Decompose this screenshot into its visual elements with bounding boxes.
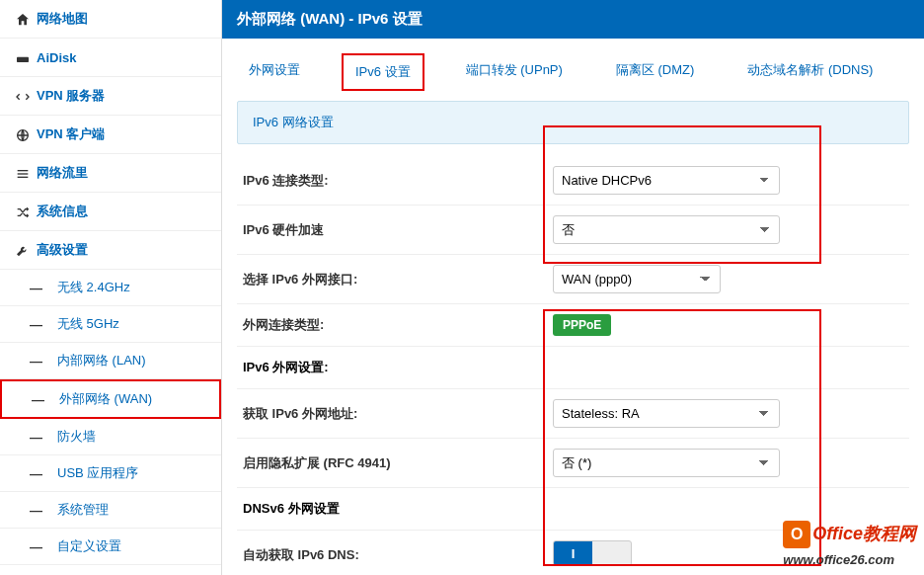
sidebar-sub-netinfo[interactable]: —网络信息 [0, 565, 221, 575]
tab-wan-settings[interactable]: 外网设置 [237, 53, 312, 91]
minus-icon: — [30, 354, 57, 369]
label-wan-iface: 选择 IPv6 外网接口: [237, 271, 553, 288]
home-icon [15, 10, 37, 28]
wrench-icon [15, 241, 37, 259]
section-dnsv6-wan: DNSv6 外网设置 [237, 488, 909, 531]
svg-rect-2 [18, 170, 29, 171]
sidebar-sub-wireless-5[interactable]: —无线 5GHz [0, 306, 221, 343]
sidebar-item-advanced[interactable]: 高级设置 [0, 231, 221, 270]
sidebar-sub-label: USB 应用程序 [57, 464, 138, 482]
minus-icon: — [32, 392, 59, 407]
sidebar-label: VPN 客户端 [37, 125, 206, 143]
tabs: 外网设置 IPv6 设置 端口转发 (UPnP) 隔离区 (DMZ) 动态域名解… [222, 39, 924, 101]
select-conn-type[interactable]: Native DHCPv6 [553, 166, 780, 195]
select-get-wan-addr[interactable]: Stateless: RA [553, 399, 780, 428]
minus-icon: — [30, 466, 57, 481]
list-icon [15, 164, 37, 182]
minus-icon: — [30, 503, 57, 518]
row-hw-accel: IPv6 硬件加速 否 [237, 205, 909, 255]
sidebar-item-vpn-server[interactable]: VPN 服务器 [0, 77, 221, 116]
sidebar-item-sysinfo[interactable]: 系统信息 [0, 193, 221, 231]
sidebar-sub-wireless-24[interactable]: —无线 2.4GHz [0, 270, 221, 306]
sidebar-sub-firewall[interactable]: —防火墙 [0, 419, 221, 455]
tab-ipv6-settings[interactable]: IPv6 设置 [342, 53, 424, 91]
sidebar-sub-custom[interactable]: —自定义设置 [0, 529, 221, 565]
svg-rect-4 [18, 177, 29, 178]
svg-rect-3 [18, 173, 29, 174]
minus-icon: — [30, 430, 57, 445]
sidebar-sub-label: 无线 5GHz [57, 315, 119, 333]
sidebar-label: AiDisk [37, 50, 206, 65]
label-get-wan-addr: 获取 IPv6 外网地址: [237, 405, 553, 423]
tab-dmz[interactable]: 隔离区 (DMZ) [604, 53, 706, 91]
page-title: 外部网络 (WAN) - IPv6 设置 [222, 0, 924, 39]
label-hw-accel: IPv6 硬件加速 [237, 221, 553, 239]
tab-port-forward[interactable]: 端口转发 (UPnP) [454, 53, 575, 91]
tab-ddns[interactable]: 动态域名解析 (DDNS) [735, 53, 885, 91]
label-wan-conn-type: 外网连接类型: [237, 316, 553, 334]
row-privacy-ext: 启用隐私扩展 (RFC 4941) 否 (*) [237, 439, 909, 488]
vpn-server-icon [15, 87, 37, 105]
select-privacy-ext[interactable]: 否 (*) [553, 449, 780, 477]
select-wan-iface[interactable]: WAN (ppp0) [553, 265, 721, 293]
sidebar-sub-label: 内部网络 (LAN) [57, 352, 146, 370]
label-privacy-ext: 启用隐私扩展 (RFC 4941) [237, 454, 553, 472]
sidebar-label: 网络地图 [37, 10, 206, 28]
row-get-wan-addr: 获取 IPv6 外网地址: Stateless: RA [237, 389, 909, 439]
row-wan-iface: 选择 IPv6 外网接口: WAN (ppp0) [237, 255, 909, 304]
label-auto-dns: 自动获取 IPv6 DNS: [237, 546, 553, 564]
random-icon [15, 203, 37, 220]
row-wan-conn-type: 外网连接类型: PPPoE [237, 304, 909, 347]
svg-rect-0 [17, 57, 29, 62]
sidebar-sub-label: 无线 2.4GHz [57, 279, 130, 296]
content-area: IPv6 网络设置 IPv6 连接类型: Native DHCPv6 IPv6 … [222, 101, 924, 575]
sidebar-sub-label: 系统管理 [57, 501, 109, 519]
sidebar: 网络地图 AiDisk VPN 服务器 VPN 客户端 网络流里 系统信息 高级… [0, 0, 222, 575]
sidebar-label: VPN 服务器 [37, 87, 206, 105]
sidebar-item-traffic[interactable]: 网络流里 [0, 154, 221, 193]
sidebar-sub-lan[interactable]: —内部网络 (LAN) [0, 343, 221, 379]
sidebar-label: 网络流里 [37, 164, 206, 182]
toggle-on-indicator: I [554, 541, 592, 565]
sidebar-sub-label: 防火墙 [57, 428, 96, 446]
minus-icon: — [30, 317, 57, 332]
sidebar-label: 高级设置 [37, 241, 206, 259]
sidebar-item-aidisk[interactable]: AiDisk [0, 39, 221, 77]
sidebar-sub-usb[interactable]: —USB 应用程序 [0, 455, 221, 492]
sidebar-item-vpn-client[interactable]: VPN 客户端 [0, 116, 221, 154]
section-ipv6-wan: IPv6 外网设置: [237, 347, 909, 389]
section-ipv6-net: IPv6 网络设置 [237, 101, 909, 144]
globe-icon [15, 125, 37, 143]
sidebar-sub-wan[interactable]: —外部网络 (WAN) [0, 379, 221, 419]
minus-icon: — [30, 539, 57, 554]
sidebar-label: 系统信息 [37, 203, 206, 220]
row-auto-dns: 自动获取 IPv6 DNS: I [237, 531, 909, 575]
select-hw-accel[interactable]: 否 [553, 215, 780, 244]
main-content: 外部网络 (WAN) - IPv6 设置 外网设置 IPv6 设置 端口转发 (… [222, 0, 924, 575]
sidebar-sub-sysadmin[interactable]: —系统管理 [0, 492, 221, 529]
toggle-auto-dns[interactable]: I [553, 540, 632, 566]
sidebar-item-network-map[interactable]: 网络地图 [0, 0, 221, 39]
label-conn-type: IPv6 连接类型: [237, 172, 553, 190]
badge-pppoe: PPPoE [553, 314, 611, 336]
disk-icon [15, 48, 37, 66]
sidebar-sub-label: 外部网络 (WAN) [59, 390, 152, 408]
sidebar-sub-label: 自定义设置 [57, 537, 121, 555]
minus-icon: — [30, 281, 57, 295]
row-conn-type: IPv6 连接类型: Native DHCPv6 [237, 156, 909, 205]
